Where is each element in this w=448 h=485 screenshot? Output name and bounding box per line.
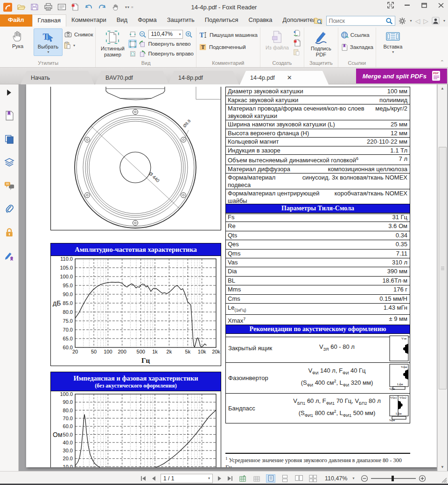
scroll-up-icon[interactable]: ▲	[438, 84, 447, 92]
bookmarks-panel-icon[interactable]	[4, 111, 14, 121]
rotate-right-icon[interactable]	[139, 50, 146, 57]
blank-page-icon[interactable]: ✻	[293, 39, 301, 47]
sign-pdf-button[interactable]: Подпись PDF	[307, 28, 336, 59]
redo-icon[interactable]	[98, 2, 107, 12]
zoom-level-combo[interactable]: 110,47%▾	[148, 30, 183, 39]
last-page-icon[interactable]	[227, 476, 233, 481]
undo-icon[interactable]	[84, 2, 93, 12]
document-tab-bar: НачатьBAV70.pdf14-8p.pdf14-4p.pdf✕ ▼ Mer…	[0, 68, 448, 84]
fit-page-button[interactable]	[128, 40, 137, 48]
zoom-slider-handle[interactable]	[392, 476, 394, 481]
clipboard-table-icon[interactable]	[252, 474, 261, 483]
newdoc-icon[interactable]: ✻	[70, 2, 80, 12]
resize-grip[interactable]	[441, 478, 447, 483]
expand-arrow-icon[interactable]	[4, 87, 14, 97]
zoom-out-icon[interactable]	[139, 30, 147, 38]
snapshot-button[interactable]: Снимок	[64, 30, 93, 39]
document-tab-BAV70.pdf[interactable]: BAV70.pdf	[95, 71, 169, 84]
menu-tab-Форма[interactable]: Форма	[133, 14, 162, 27]
security-panel-icon[interactable]	[4, 227, 14, 237]
continuous-view-icon[interactable]	[280, 474, 289, 483]
select-tool-button[interactable]: T Выбрать▾	[34, 28, 63, 56]
page-number-combo[interactable]: 1 / 1▾	[161, 474, 213, 483]
snapshot-table-icon[interactable]	[238, 474, 247, 483]
comments-panel-icon[interactable]	[4, 180, 14, 191]
prev-page-icon[interactable]	[151, 476, 156, 481]
search-folder-icon[interactable]	[314, 17, 323, 25]
save-icon[interactable]	[30, 2, 39, 12]
back-arrow-icon[interactable]: ◁	[415, 17, 420, 25]
next-page-icon[interactable]	[217, 476, 222, 481]
signature-panel-icon[interactable]	[4, 250, 14, 261]
hand-small-icon[interactable]	[111, 2, 120, 12]
vertical-scrollbar[interactable]: ▲ ▼	[437, 84, 447, 471]
from-file-icon	[270, 30, 284, 44]
search-input[interactable]	[329, 18, 385, 24]
rotate-left-icon[interactable]	[139, 40, 146, 48]
file-menu[interactable]: Файл	[0, 14, 32, 27]
hand-tool-button[interactable]: Рука	[3, 28, 32, 51]
highlight-button[interactable]: T Подсвеченный	[199, 42, 258, 52]
rotate-right-button[interactable]: Повернуть вправо	[148, 51, 194, 56]
scrollbar-thumb[interactable]	[439, 147, 447, 389]
merge-split-button[interactable]: Merge and split PDFs PDF	[356, 69, 447, 83]
svg-text:Ø 440: Ø 440	[148, 171, 161, 183]
document-canvas[interactable]: Ø 440Ø8.8 Амплитудно-частотная характери…	[19, 84, 437, 471]
single-page-view-icon[interactable]	[266, 474, 275, 483]
from-file-button[interactable]: Из файла	[263, 28, 292, 52]
zoom-out-circle-icon[interactable]	[361, 475, 368, 482]
document-tab-14-4p.pdf[interactable]: 14-4p.pdf✕	[240, 71, 329, 84]
fit-width-button[interactable]	[128, 30, 137, 38]
document-tab-Начать[interactable]: Начать	[21, 71, 94, 84]
zoom-slider[interactable]	[361, 475, 426, 482]
attachments-panel-icon[interactable]	[4, 204, 14, 214]
close-tab-icon[interactable]: ✕	[287, 74, 292, 81]
close-window-icon[interactable]	[436, 1, 446, 9]
menu-tab-Справка[interactable]: Справка	[244, 14, 278, 27]
menu-bar: Файл ГлавнаяКомментариВидФормаЗащититьПо…	[0, 14, 448, 27]
table-row: Материал диффузоракомпозиционная целлюло…	[226, 165, 410, 174]
note-icon[interactable]	[57, 2, 66, 12]
menu-tab-Главная[interactable]: Главная	[32, 14, 66, 27]
first-page-icon[interactable]	[140, 476, 147, 481]
document-tab-14-8p.pdf[interactable]: 14-8p.pdf	[168, 71, 239, 84]
link-button[interactable]: Ссылка	[341, 30, 373, 40]
insert-button[interactable]: Вставка▾	[378, 28, 407, 55]
facing-view-icon[interactable]	[294, 474, 303, 483]
scroll-down-icon[interactable]: ▼	[438, 463, 447, 471]
menu-tab-Комментари[interactable]: Комментари	[66, 14, 112, 27]
arrange-window-icon[interactable]	[385, 1, 396, 9]
menu-tab-Вид[interactable]: Вид	[112, 14, 133, 27]
fit-visible-button[interactable]	[128, 49, 137, 58]
from-clipboard-icon[interactable]	[293, 48, 301, 56]
foxit-logo-icon[interactable]	[3, 2, 12, 12]
gear-icon[interactable]	[399, 17, 406, 25]
clipboard-icon	[64, 42, 71, 49]
svg-text:20: 20	[72, 349, 78, 354]
menu-tab-Защитить[interactable]: Защитить	[162, 14, 200, 27]
collapse-ribbon-icon[interactable]: ⌃	[440, 59, 444, 65]
zoom-in-circle-icon[interactable]	[419, 475, 426, 482]
typewriter-button[interactable]: T Пишущая машинка	[199, 30, 258, 40]
open-folder-icon[interactable]	[16, 2, 26, 12]
search-icon[interactable]	[385, 17, 393, 25]
continuous-facing-view-icon[interactable]	[308, 474, 317, 483]
user-account-icon[interactable]	[432, 17, 440, 25]
minimize-window-icon[interactable]	[402, 1, 413, 9]
clipboard-button[interactable]: ▾	[64, 41, 93, 50]
convert-page-icon[interactable]	[293, 29, 301, 37]
maximize-window-icon[interactable]	[419, 1, 429, 9]
bookmark-button[interactable]: Закладка	[341, 42, 373, 52]
forward-arrow-icon[interactable]: ▷	[423, 17, 428, 25]
layers-panel-icon[interactable]	[4, 157, 14, 167]
zoom-percentage[interactable]: 110,47%	[325, 475, 347, 482]
search-box[interactable]	[326, 16, 395, 26]
pages-panel-icon[interactable]	[4, 134, 14, 144]
rotate-left-button[interactable]: Повернуть влево	[148, 41, 190, 47]
menu-tab-Поделиться[interactable]: Поделиться	[200, 14, 244, 27]
qat-customize-icon[interactable]: ▾ ＝	[127, 5, 134, 10]
zoom-in-icon[interactable]	[185, 30, 193, 38]
ribbon: Рука T Выбрать▾ Снимок ▾ Утилиты Исти	[0, 27, 448, 68]
print-icon[interactable]	[43, 2, 53, 12]
actual-size-button[interactable]: Истинный размер	[98, 28, 127, 59]
